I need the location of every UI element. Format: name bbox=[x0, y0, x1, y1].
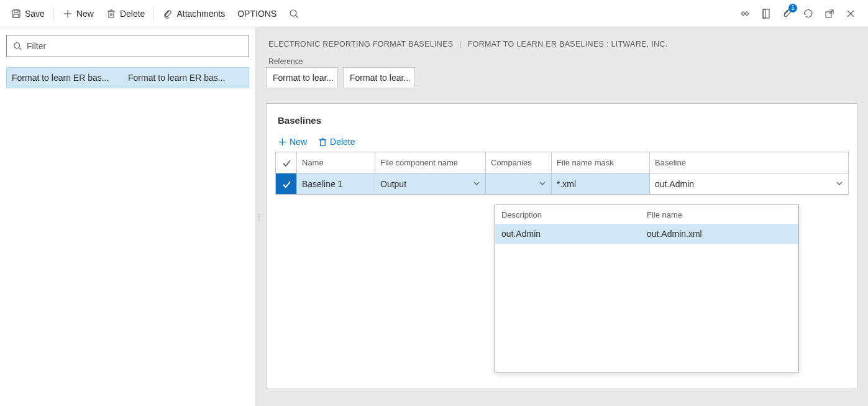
list-item[interactable]: Format to learn ER bas... Format to lear… bbox=[6, 67, 249, 88]
col-baseline[interactable]: Baseline bbox=[650, 152, 848, 173]
plus-icon bbox=[63, 9, 73, 19]
resize-handle[interactable]: ⋮ bbox=[256, 213, 264, 221]
svg-point-10 bbox=[290, 10, 296, 16]
list-item-col1: Format to learn ER bas... bbox=[12, 73, 123, 83]
svg-rect-2 bbox=[14, 14, 19, 17]
svg-rect-1 bbox=[14, 10, 18, 12]
card-new-button[interactable]: New bbox=[278, 137, 307, 147]
dropdown-col-filename: File name bbox=[647, 210, 682, 219]
delete-button[interactable]: Delete bbox=[100, 4, 151, 24]
save-button[interactable]: Save bbox=[5, 4, 51, 24]
svg-point-18 bbox=[14, 43, 20, 48]
search-icon bbox=[13, 42, 22, 50]
plus-icon bbox=[278, 137, 287, 147]
paperclip-icon bbox=[163, 9, 173, 19]
col-file-mask[interactable]: File name mask bbox=[552, 152, 650, 173]
breadcrumb-a[interactable]: ELECTRONIC REPORTING FORMAT BASELINES bbox=[268, 40, 453, 48]
chevron-down-icon bbox=[836, 179, 843, 189]
baselines-grid: Name File component name Companies File … bbox=[275, 152, 849, 195]
card-delete-button[interactable]: Delete bbox=[318, 137, 355, 147]
breadcrumb-sep: | bbox=[459, 40, 462, 48]
breadcrumb-b[interactable]: FORMAT TO LEARN ER BASELINES : LITWARE, … bbox=[468, 40, 668, 48]
svg-rect-13 bbox=[763, 9, 765, 18]
cell-name[interactable]: Baseline 1 bbox=[297, 173, 375, 194]
reference-value-1: Format to lear... bbox=[273, 73, 334, 83]
dropdown-row-description: out.Admin bbox=[501, 229, 647, 239]
filter-input[interactable]: Filter bbox=[6, 35, 249, 57]
card-title: Baselines bbox=[278, 115, 850, 126]
row-checkbox[interactable] bbox=[276, 173, 297, 194]
svg-line-19 bbox=[19, 48, 22, 50]
sidebar: Filter Format to learn ER bas... Format … bbox=[0, 27, 256, 406]
dropdown-row[interactable]: out.Admin out.Admin.xml bbox=[495, 224, 798, 244]
reference-field-2[interactable]: Format to lear... bbox=[343, 67, 415, 88]
dropdown-row-filename: out.Admin.xml bbox=[647, 229, 702, 239]
connect-icon[interactable] bbox=[739, 7, 751, 20]
cell-file-component[interactable]: Output bbox=[375, 173, 486, 194]
search-button[interactable] bbox=[283, 4, 305, 24]
svg-line-11 bbox=[296, 16, 298, 18]
close-icon[interactable] bbox=[844, 7, 857, 20]
baseline-dropdown[interactable]: Description File name out.Admin out.Admi… bbox=[495, 205, 799, 372]
attachments-right-icon[interactable]: 1 bbox=[781, 7, 793, 20]
notification-badge: 1 bbox=[788, 4, 797, 12]
cell-file-component-value: Output bbox=[380, 179, 406, 189]
trash-icon bbox=[106, 9, 116, 19]
toolbar-right: 1 bbox=[739, 7, 863, 20]
svg-rect-5 bbox=[109, 11, 114, 17]
cell-baseline-value: out.Admin bbox=[655, 179, 694, 189]
delete-label: Delete bbox=[120, 9, 145, 19]
search-icon bbox=[289, 9, 299, 19]
svg-rect-22 bbox=[321, 139, 326, 145]
reference-field-1[interactable]: Format to lear... bbox=[266, 67, 338, 88]
card-new-label: New bbox=[290, 137, 307, 147]
svg-rect-12 bbox=[763, 9, 769, 18]
separator bbox=[153, 6, 154, 21]
list-item-col2: Format to learn ER bas... bbox=[128, 73, 244, 83]
options-label: OPTIONS bbox=[237, 9, 276, 19]
dropdown-col-description: Description bbox=[501, 210, 647, 219]
select-all-checkbox[interactable] bbox=[276, 152, 297, 173]
col-name[interactable]: Name bbox=[297, 152, 375, 173]
col-companies[interactable]: Companies bbox=[486, 152, 552, 173]
separator bbox=[53, 6, 54, 21]
breadcrumb: ELECTRONIC REPORTING FORMAT BASELINES | … bbox=[266, 36, 858, 56]
dropdown-header: Description File name bbox=[495, 205, 798, 224]
popout-icon[interactable] bbox=[823, 7, 836, 20]
cell-companies[interactable] bbox=[486, 173, 552, 194]
cell-baseline[interactable]: out.Admin bbox=[650, 173, 848, 194]
cell-file-mask[interactable]: *.xml bbox=[552, 173, 650, 194]
chevron-down-icon bbox=[473, 179, 480, 189]
grid-header: Name File component name Companies File … bbox=[276, 152, 848, 173]
chevron-down-icon bbox=[539, 179, 546, 189]
table-row[interactable]: Baseline 1 Output *.xml out.Admin bbox=[276, 173, 848, 195]
save-label: Save bbox=[25, 9, 45, 19]
trash-icon bbox=[318, 137, 327, 147]
save-icon bbox=[11, 9, 21, 19]
filter-placeholder: Filter bbox=[27, 41, 46, 51]
col-file-component[interactable]: File component name bbox=[375, 152, 486, 173]
attachments-button[interactable]: Attachments bbox=[157, 4, 231, 24]
new-label: New bbox=[76, 9, 94, 19]
new-button[interactable]: New bbox=[57, 4, 100, 24]
reference-label: Reference bbox=[268, 57, 857, 66]
office-icon[interactable] bbox=[760, 7, 772, 20]
card-delete-label: Delete bbox=[330, 137, 355, 147]
toolbar: Save New Delete Attachments OPTIONS 1 bbox=[0, 0, 868, 27]
attachments-label: Attachments bbox=[176, 9, 225, 19]
reference-value-2: Format to lear... bbox=[350, 73, 411, 83]
refresh-icon[interactable] bbox=[802, 7, 815, 20]
baselines-card: Baselines New Delete Name File component… bbox=[266, 103, 858, 389]
options-button[interactable]: OPTIONS bbox=[231, 4, 283, 24]
main-content: ⋮ ELECTRONIC REPORTING FORMAT BASELINES … bbox=[256, 27, 868, 406]
